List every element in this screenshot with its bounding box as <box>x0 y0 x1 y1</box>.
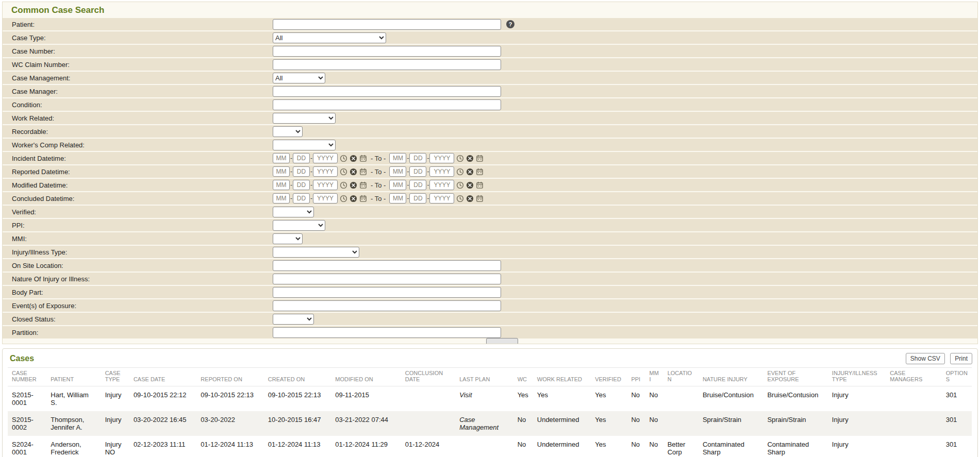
form-label-wc-claim-number: WC Claim Number: <box>3 61 273 69</box>
reported-datetime-from-dd-input[interactable] <box>293 166 310 177</box>
cell-case-number: S2015-0001 <box>8 386 46 412</box>
column-header-last-plan: LAST PLAN <box>455 368 513 386</box>
clear-icon[interactable] <box>466 181 474 189</box>
cell-case-managers <box>886 436 941 457</box>
cell-case-number: S2024-0001 <box>8 436 46 457</box>
cell-case-number: S2015-0002 <box>8 411 46 436</box>
ppi-select[interactable] <box>273 220 325 231</box>
modified-datetime-from-dd-input[interactable] <box>293 180 310 190</box>
cell-mmi: No <box>645 411 663 436</box>
work-related-select[interactable] <box>273 113 336 124</box>
incident-datetime-from-yyyy-input[interactable] <box>313 153 338 163</box>
concluded-datetime-from-dd-input[interactable] <box>293 193 310 204</box>
recordable-select[interactable] <box>273 126 303 137</box>
modified-datetime-to-yyyy-input[interactable] <box>429 180 454 190</box>
clock-icon[interactable] <box>340 195 347 202</box>
modified-datetime-to-mm-input[interactable] <box>389 180 406 190</box>
date-separator: - <box>407 155 409 162</box>
show-csv-button[interactable]: Show CSV <box>906 353 945 364</box>
incident-datetime-to-mm-input[interactable] <box>389 153 406 163</box>
cell-options: 301 <box>942 436 972 457</box>
reported-datetime-from-mm-input[interactable] <box>273 166 290 177</box>
search-button[interactable] <box>486 338 518 344</box>
case-number-input[interactable] <box>273 46 501 57</box>
reported-datetime-to-mm-input[interactable] <box>389 166 406 177</box>
form-label-work-related: Work Related: <box>3 114 273 122</box>
print-button[interactable]: Print <box>950 353 972 364</box>
calendar-icon[interactable] <box>359 155 367 162</box>
calendar-icon[interactable] <box>476 155 484 162</box>
clear-icon[interactable] <box>350 168 357 176</box>
form-label-case-number: Case Number: <box>3 47 273 55</box>
case-management-select[interactable]: All <box>273 73 325 83</box>
reported-datetime-from-yyyy-input[interactable] <box>313 166 338 177</box>
case-manager-input[interactable] <box>273 86 501 97</box>
clear-icon[interactable] <box>350 155 357 162</box>
column-header-options: OPTIONS <box>942 368 972 386</box>
concluded-datetime-from-yyyy-input[interactable] <box>313 193 338 204</box>
case-type-select[interactable]: All <box>273 32 386 43</box>
clock-icon[interactable] <box>456 168 464 176</box>
incident-datetime-from-mm-input[interactable] <box>273 153 290 163</box>
closed-status-select[interactable] <box>273 314 314 325</box>
clear-icon[interactable] <box>350 195 357 202</box>
incident-datetime-to-yyyy-input[interactable] <box>429 153 454 163</box>
calendar-icon[interactable] <box>359 168 367 176</box>
condition-input[interactable] <box>273 99 501 110</box>
cell-conclusion-date <box>401 386 455 412</box>
reported-datetime-to-dd-input[interactable] <box>409 166 426 177</box>
form-label-concluded-datetime: Concluded Datetime: <box>3 195 273 202</box>
clock-icon[interactable] <box>456 195 464 202</box>
cell-work-related: Undetermined <box>533 436 591 457</box>
body-part-input[interactable] <box>273 287 501 298</box>
concluded-datetime-from-mm-input[interactable] <box>273 193 290 204</box>
clear-icon[interactable] <box>350 181 357 189</box>
concluded-datetime-to-mm-input[interactable] <box>389 193 406 204</box>
concluded-datetime-to-yyyy-input[interactable] <box>429 193 454 204</box>
calendar-icon[interactable] <box>359 181 367 189</box>
event-s-of-exposure-input[interactable] <box>273 300 501 311</box>
clear-icon[interactable] <box>466 168 474 176</box>
date-range-to-label: - To - <box>371 168 386 176</box>
form-field-work-related <box>273 113 336 124</box>
cell-patient: Hart, William S. <box>46 386 101 412</box>
form-label-body-part: Body Part: <box>3 289 273 296</box>
modified-datetime-to-dd-input[interactable] <box>409 180 426 190</box>
form-field-nature-of-injury-or-illness <box>273 274 501 284</box>
patient-input[interactable] <box>273 19 501 30</box>
help-icon[interactable]: ? <box>506 20 514 28</box>
on-site-location-input[interactable] <box>273 260 501 271</box>
modified-datetime-from-mm-input[interactable] <box>273 180 290 190</box>
clear-icon[interactable] <box>466 155 474 162</box>
form-row-nature-of-injury-or-illness: Nature Of Injury or Illness: <box>3 273 977 285</box>
worker-s-comp-related-select[interactable] <box>273 140 336 150</box>
incident-datetime-from-dd-input[interactable] <box>293 153 310 163</box>
clock-icon[interactable] <box>456 181 464 189</box>
date-range-to-label: - To - <box>371 195 386 202</box>
injury-illness-type-select[interactable] <box>273 247 359 258</box>
partition-input[interactable] <box>273 327 501 338</box>
form-row-condition: Condition: <box>3 98 977 111</box>
calendar-icon[interactable] <box>359 195 367 202</box>
verified-select[interactable] <box>273 207 314 217</box>
clock-icon[interactable] <box>340 155 347 162</box>
incident-datetime-to-dd-input[interactable] <box>409 153 426 163</box>
calendar-icon[interactable] <box>476 181 484 189</box>
clock-icon[interactable] <box>340 181 347 189</box>
clear-icon[interactable] <box>466 195 474 202</box>
calendar-icon[interactable] <box>476 195 484 202</box>
form-field-on-site-location <box>273 260 501 271</box>
clock-icon[interactable] <box>340 168 347 176</box>
modified-datetime-from-yyyy-input[interactable] <box>313 180 338 190</box>
wc-claim-number-input[interactable] <box>273 59 501 70</box>
calendar-icon[interactable] <box>476 168 484 176</box>
cell-patient: Anderson, Frederick <box>46 436 101 457</box>
reported-datetime-to-yyyy-input[interactable] <box>429 166 454 177</box>
form-label-worker-s-comp-related: Worker's Comp Related: <box>3 141 273 149</box>
clock-icon[interactable] <box>456 155 464 162</box>
cell-last-plan <box>455 436 513 457</box>
mmi-select[interactable] <box>273 233 303 244</box>
cell-wc: Yes <box>513 386 533 412</box>
nature-of-injury-or-illness-input[interactable] <box>273 274 501 284</box>
concluded-datetime-to-dd-input[interactable] <box>409 193 426 204</box>
